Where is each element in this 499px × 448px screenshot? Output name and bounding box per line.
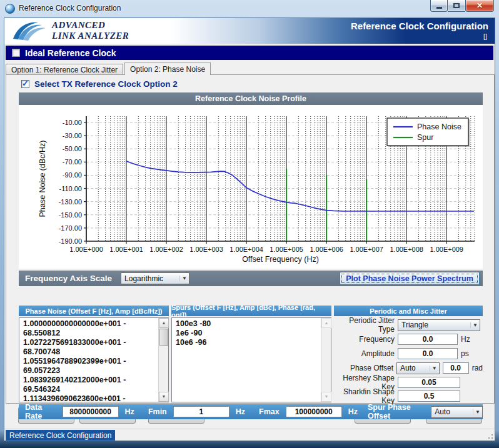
x-tick-label: 1.00E+009 xyxy=(430,246,463,253)
x-tick-label: 1.00E+001 xyxy=(109,246,143,253)
periodic-jitter-type-select[interactable]: Triangle ▼ xyxy=(398,319,480,331)
plot-phase-noise-power-spectrum-button[interactable]: Plot Phase Noise Power Spectrum xyxy=(340,272,480,285)
x-tick-label: 1.00E+008 xyxy=(390,246,423,253)
phase-offset-mode-value: Auto xyxy=(397,364,430,372)
phase-offset-label: Phase Offset xyxy=(334,364,396,372)
phase-noise-text: 1.0000000000000000e+001 - 68.550812 1.02… xyxy=(19,318,158,402)
chevron-down-icon: ▼ xyxy=(473,409,482,415)
sharkfin-shape-key-field[interactable] xyxy=(398,391,460,402)
brand-logo-icon xyxy=(11,20,49,42)
periodic-jitter-panel-header: Periodic and Misc Jitter xyxy=(334,306,483,316)
fmin-label: Fmin xyxy=(148,407,167,416)
spurs-panel-header: Spurs (Offset F [Hz], Amp [dBc], Phase [… xyxy=(171,306,331,316)
y-tick-label: -190.00 xyxy=(59,237,82,245)
minimize-button[interactable] xyxy=(430,0,448,12)
phase-offset-field[interactable] xyxy=(443,362,469,374)
page-title: Reference Clock Configuration xyxy=(351,21,488,31)
chevron-down-icon: ▼ xyxy=(430,366,439,371)
phase-noise-panel-header: Phase Noise (Offset F [Hz], Amp [dBc/Hz]… xyxy=(19,306,169,316)
resize-grip-icon[interactable] xyxy=(486,432,493,439)
spurs-text: 100e3 -80 1e6 -90 10e6 -96 xyxy=(172,318,320,402)
x-tick-label: 1.00E+006 xyxy=(310,246,343,253)
y-tick-label: -170.00 xyxy=(59,224,82,232)
x-tick-label: 1.00E+000 xyxy=(69,246,103,253)
close-icon: ✕ xyxy=(476,1,483,10)
y-tick-label: -110.00 xyxy=(59,185,83,192)
maximize-button[interactable] xyxy=(448,0,465,12)
spur-phase-offset-label: Spur Phase Offset xyxy=(368,403,426,421)
ideal-reference-clock-label: Ideal Reference Clock xyxy=(25,48,116,58)
amplitude-field[interactable] xyxy=(398,348,458,359)
fmax-field[interactable] xyxy=(286,406,342,417)
y-tick-label: -30.00 xyxy=(63,132,82,139)
page-subtitle: [] xyxy=(483,32,487,40)
x-tick-label: 1.00E+003 xyxy=(189,246,223,253)
frequency-field[interactable] xyxy=(398,334,458,345)
ideal-reference-clock-row: Ideal Reference Clock xyxy=(6,46,493,60)
phase-noise-textarea[interactable]: 1.0000000000000000e+001 - 68.550812 1.02… xyxy=(19,317,169,402)
app-icon xyxy=(5,4,15,14)
data-rate-bar: Data Rate Hz Fmin Hz Fmax Hz Spur Phase … xyxy=(19,404,483,419)
brand-name: ADVANCED LINK ANALYZER xyxy=(52,20,129,41)
tab-strip: Option 1: Reference Clock Jitter Option … xyxy=(6,62,211,75)
status-bar: Reference Clock Configuration xyxy=(4,429,495,441)
phase-noise-scrollbar[interactable]: ▲ ▼ xyxy=(158,318,168,402)
frequency-label: Frequency xyxy=(334,335,398,344)
y-tick-label: -50.00 xyxy=(63,145,82,152)
tab-option2-phase-noise[interactable]: Option 2: Phase Noise xyxy=(124,62,211,75)
y-tick-label: -70.00 xyxy=(63,158,82,166)
fmin-field[interactable] xyxy=(173,406,229,417)
scroll-up-icon[interactable]: ▲ xyxy=(159,318,169,328)
frequency-axis-scale-bar: Frequency Axis Scale Logarithmic ▼ Plot … xyxy=(19,271,483,286)
fmax-label: Fmax xyxy=(259,407,280,416)
x-tick-label: 1.00E+004 xyxy=(229,246,263,253)
frequency-axis-scale-select[interactable]: Logarithmic ▼ xyxy=(121,272,189,284)
title-bar[interactable]: Reference Clock Configuration ✕ xyxy=(0,0,499,17)
y-axis-title: Phase Noise (dBc/Hz) xyxy=(38,141,47,217)
frequency-unit: Hz xyxy=(461,335,470,344)
close-button[interactable]: ✕ xyxy=(465,0,494,12)
spurs-scrollbar: ▲ ▼ xyxy=(321,318,331,402)
y-tick-label: -150.00 xyxy=(59,211,82,219)
phase-noise-tab-page: Select TX Reference Clock Option 2 Refer… xyxy=(6,74,495,404)
chart-title-bar: Reference Clock Noise Profile xyxy=(19,92,483,105)
select-tx-option2-label: Select TX Reference Clock Option 2 xyxy=(34,79,178,89)
x-tick-label: 1.00E+005 xyxy=(270,246,303,253)
fmin-unit: Hz xyxy=(236,407,245,416)
data-rate-field[interactable] xyxy=(63,406,119,417)
y-tick-label: -130.00 xyxy=(59,198,82,206)
amplitude-label: Amplitude xyxy=(334,349,398,358)
scroll-up-icon: ▲ xyxy=(321,318,331,328)
dialog-body: ADVANCED LINK ANALYZER Reference Clock C… xyxy=(4,17,495,441)
legend-label: Phase Noise xyxy=(417,122,461,131)
scroll-down-icon: ▼ xyxy=(321,392,331,402)
window-title: Reference Clock Configuration xyxy=(19,4,121,12)
y-tick-label: -10.00 xyxy=(63,119,82,126)
x-axis-title: Offset Frequency (Hz) xyxy=(242,255,319,264)
spur-phase-offset-select[interactable]: Auto ▼ xyxy=(431,406,483,418)
y-tick-label: -90.00 xyxy=(63,171,82,179)
data-rate-label: Data Rate xyxy=(25,403,56,421)
spurs-textarea[interactable]: 100e3 -80 1e6 -90 10e6 -96 ▲ ▼ xyxy=(171,317,331,402)
select-tx-option2-checkbox[interactable] xyxy=(21,80,29,88)
chevron-down-icon: ▼ xyxy=(179,276,189,281)
minimize-icon xyxy=(436,7,442,9)
periodic-jitter-type-value: Triangle xyxy=(398,321,470,329)
tab-option1-jitter[interactable]: Option 1: Reference Clock Jitter xyxy=(6,64,123,75)
brand-header: ADVANCED LINK ANALYZER Reference Clock C… xyxy=(4,18,495,44)
phase-offset-unit: rad xyxy=(472,364,483,372)
amplitude-unit: ps xyxy=(461,349,469,358)
scroll-down-icon[interactable]: ▼ xyxy=(159,392,169,402)
legend-label: Spur xyxy=(417,133,433,142)
phase-offset-mode-select[interactable]: Auto ▼ xyxy=(396,362,440,374)
chart-box: -10.00-30.00-50.00-70.00-90.00-110.00-13… xyxy=(19,105,483,269)
periodic-jitter-type-label: Periodic Jitter Type xyxy=(334,316,398,334)
scrollbar-thumb[interactable] xyxy=(159,329,168,346)
spur-phase-offset-value: Auto xyxy=(431,407,473,416)
x-tick-label: 1.00E+007 xyxy=(350,246,383,253)
frequency-axis-scale-value: Logarithmic xyxy=(121,274,179,283)
hershey-shape-key-field[interactable] xyxy=(398,377,460,388)
chevron-down-icon: ▼ xyxy=(470,322,480,328)
ideal-reference-clock-checkbox[interactable] xyxy=(12,49,20,57)
status-text: Reference Clock Configuration xyxy=(6,430,115,441)
